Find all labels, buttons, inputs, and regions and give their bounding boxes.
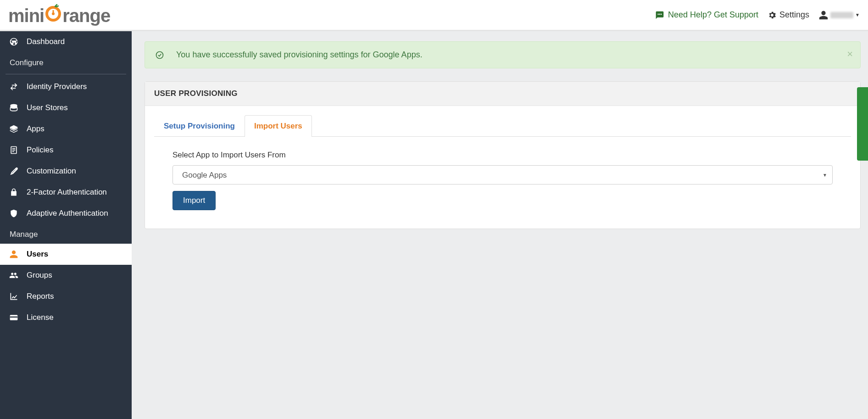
dashboard-icon	[8, 37, 19, 46]
sidebar-section-configure: Configure	[0, 52, 132, 72]
app-select[interactable]: Google Apps	[172, 165, 833, 184]
check-circle-icon	[155, 50, 164, 60]
support-label: Need Help? Get Support	[668, 10, 758, 20]
sidebar: Dashboard Configure Identity Providers U…	[0, 31, 132, 239]
sidebar-item-label: Customization	[27, 167, 76, 176]
sidebar-item-apps[interactable]: Apps	[0, 118, 132, 140]
alert-close-button[interactable]: ×	[847, 48, 853, 60]
logo-mini: mini	[8, 6, 44, 26]
topbar: mini range Need Help? Get Support Settin…	[0, 0, 868, 31]
chat-icon	[655, 11, 664, 20]
sidebar-item-label: User Stores	[27, 103, 68, 112]
sidebar-item-identity-providers[interactable]: Identity Providers	[0, 76, 132, 97]
divider	[6, 74, 126, 74]
alert-success: You have successfully saved provisioning…	[145, 41, 861, 68]
sidebar-item-label: Policies	[27, 145, 54, 155]
sidebar-section-manage: Manage	[0, 224, 132, 239]
logo-range: range	[62, 6, 110, 26]
sidebar-item-adaptive-auth[interactable]: Adaptive Authentication	[0, 203, 132, 224]
lock-icon	[8, 188, 19, 197]
sidebar-item-customization[interactable]: Customization	[0, 161, 132, 182]
logo[interactable]: mini range	[8, 4, 110, 26]
support-link[interactable]: Need Help? Get Support	[655, 10, 758, 20]
svg-point-10	[156, 51, 163, 58]
select-wrap: Google Apps ▼	[172, 165, 833, 184]
sidebar-item-2fa[interactable]: 2-Factor Authentication	[0, 182, 132, 203]
panel-user-provisioning: USER PROVISIONING Setup Provisioning Imp…	[145, 81, 861, 229]
main-content: You have successfully saved provisioning…	[132, 31, 868, 239]
sidebar-item-label: 2-Factor Authentication	[27, 188, 107, 197]
tab-import-users[interactable]: Import Users	[245, 115, 312, 137]
select-app-label: Select App to Import Users From	[172, 151, 833, 160]
idp-icon	[8, 82, 19, 91]
sidebar-item-label: Identity Providers	[27, 82, 87, 91]
user-menu[interactable]: ▼	[818, 10, 860, 20]
sidebar-item-dashboard[interactable]: Dashboard	[0, 31, 132, 52]
caret-down-icon: ▼	[855, 12, 860, 17]
sidebar-item-user-stores[interactable]: User Stores	[0, 97, 132, 118]
alert-message: You have successfully saved provisioning…	[176, 50, 423, 60]
shield-icon	[8, 209, 19, 218]
gear-icon	[768, 11, 777, 20]
user-avatar-icon	[818, 10, 829, 20]
form-area: Select App to Import Users From Google A…	[154, 137, 851, 210]
topbar-right: Need Help? Get Support Settings ▼	[655, 10, 860, 20]
userstores-icon	[8, 103, 19, 112]
apps-icon	[8, 124, 19, 134]
sidebar-item-label: Dashboard	[27, 37, 65, 46]
panel-title: USER PROVISIONING	[145, 82, 860, 106]
panel-body: Setup Provisioning Import Users Select A…	[145, 106, 860, 229]
feedback-tab[interactable]	[857, 87, 868, 161]
tab-setup-provisioning[interactable]: Setup Provisioning	[154, 115, 245, 137]
settings-label: Settings	[779, 10, 809, 20]
settings-link[interactable]: Settings	[768, 10, 809, 20]
customization-icon	[8, 167, 19, 176]
sidebar-item-policies[interactable]: Policies	[0, 140, 132, 161]
sidebar-item-label: Apps	[27, 124, 45, 134]
logo-o-icon	[44, 4, 62, 22]
sidebar-item-label: Adaptive Authentication	[27, 209, 108, 218]
user-name	[830, 12, 853, 18]
policies-icon	[8, 145, 19, 155]
svg-rect-2	[53, 10, 54, 13]
tabs: Setup Provisioning Import Users	[154, 115, 851, 137]
import-button[interactable]: Import	[172, 191, 216, 210]
